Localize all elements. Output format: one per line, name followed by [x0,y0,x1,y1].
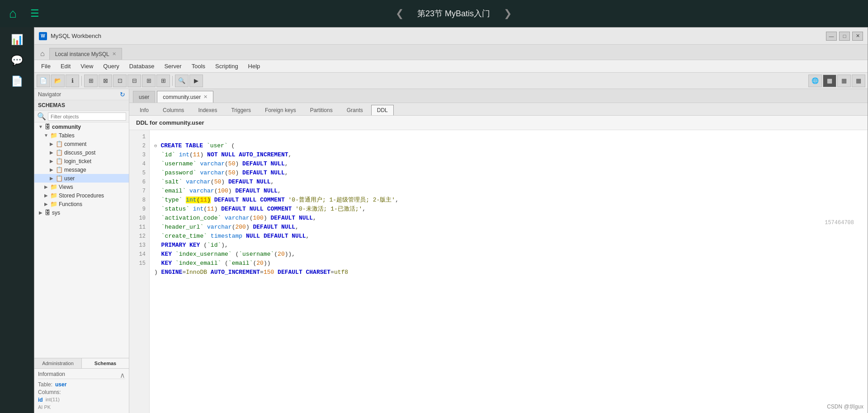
table-value: user [55,381,66,388]
prev-nav-arrow[interactable]: ❮ [396,8,404,19]
home-tab-icon[interactable]: ⌂ [37,48,48,60]
tree-arrow-comment: ▶ [49,141,54,146]
chart-icon[interactable]: 📊 [11,34,23,46]
maximize-button[interactable]: □ [839,32,850,41]
toolbar-view1[interactable]: ▦ [823,75,836,87]
ddl-heading: DDL for community.user [129,116,868,130]
toolbar-view2[interactable]: ▦ [837,75,851,87]
tree-item-user[interactable]: ▶ 📋 user [34,174,129,183]
tree-arrow-user: ▶ [49,176,54,181]
tree-item-tables[interactable]: ▼ 📁 Tables [34,131,129,140]
tree-item-views[interactable]: ▶ 📁 Views [34,183,129,191]
line-num-9: 9 [129,205,146,214]
menu-edit[interactable]: Edit [56,61,75,71]
menu-file[interactable]: File [37,61,55,71]
ddl-tab-triggers[interactable]: Triggers [225,105,257,115]
close-button[interactable]: ✕ [852,32,863,41]
next-nav-arrow[interactable]: ❯ [504,8,512,19]
ddl-tab-grants[interactable]: Grants [341,105,369,115]
file-icon[interactable]: 📄 [11,75,23,87]
tree-icon-user: 📋 [56,175,63,182]
menu-view[interactable]: View [76,61,98,71]
menu-scripting[interactable]: Scripting [211,61,243,71]
admin-tab[interactable]: Administration [34,358,82,368]
line-num-12: 12 [129,232,146,241]
query-tab-community-user[interactable]: community.user ✕ [157,91,213,103]
window-titlebar: W MySQL Workbench — □ ✕ [34,28,868,45]
tree-icon-views: 📁 [50,183,57,190]
workbench-icon: W [39,32,47,40]
tree-item-comment[interactable]: ▶ 📋 comment [34,140,129,148]
tree-label-stored-procs: Stored Procedures [59,192,104,199]
toolbar-view3[interactable]: ▦ [852,75,865,87]
tab-local-instance[interactable]: Local instance MySQL ✕ [49,48,122,60]
menu-help[interactable]: Help [244,61,265,71]
toolbar-search[interactable]: 🔍 [175,75,189,87]
tree-icon-login-ticket: 📋 [56,158,63,164]
menu-database[interactable]: Database [125,61,159,71]
tree-arrow-login-ticket: ▶ [49,159,54,164]
toolbar-db5[interactable]: ⊞ [142,75,156,87]
ddl-tab-ddl[interactable]: DDL [371,105,394,115]
tree-arrow-message: ▶ [49,167,54,172]
line-num-7: 7 [129,187,146,196]
window-title: MySQL Workbench [51,33,101,39]
menu-query[interactable]: Query [99,61,123,71]
nav-center: ❮ 第23节 MyBatis入门 ❯ [48,8,859,19]
home-icon[interactable]: ⌂ [9,6,17,21]
content-area: Navigator ↻ SCHEMAS 🔍 ▼ 🗄 community ▼ [34,89,868,413]
line-num-13: 13 [129,241,146,250]
toolbar-globe[interactable]: 🌐 [808,75,822,87]
chat-icon[interactable]: 💬 [11,55,23,66]
tree-label-tables: Tables [59,132,75,139]
nav-bottom-tabs: Administration Schemas [34,358,129,368]
navigator-refresh-icon[interactable]: ↻ [120,91,125,98]
toolbar-info[interactable]: ℹ [66,75,79,87]
tab-local-instance-close[interactable]: ✕ [112,51,116,57]
window-controls: — □ ✕ [826,32,863,41]
footer-watermark: CSDN @圳gux [827,403,863,411]
nav-title: 第23节 MyBatis入门 [417,8,490,19]
line-collapse-1[interactable]: ⊖ [154,143,157,149]
toolbar-db6[interactable]: ⊞ [156,75,170,87]
tree-icon-sys: 🗄 [45,209,51,216]
menu-icon[interactable]: ☰ [30,8,39,19]
toolbar-open[interactable]: 📂 [51,75,65,87]
ddl-tab-indexes[interactable]: Indexes [192,105,223,115]
menu-tools[interactable]: Tools [187,61,210,71]
menu-server[interactable]: Server [160,61,186,71]
navigator-header: Navigator ↻ [34,89,129,100]
query-tab-user[interactable]: user [133,91,155,103]
filter-search-icon: 🔍 [37,112,46,121]
toolbar-run[interactable]: ▶ [189,75,203,87]
toolbar-db3[interactable]: ⊡ [113,75,127,87]
navigator-panel: Navigator ↻ SCHEMAS 🔍 ▼ 🗄 community ▼ [34,89,129,413]
tree-label-comment: comment [64,141,86,147]
ddl-tab-partitions[interactable]: Partitions [304,105,339,115]
toolbar-new[interactable]: 📄 [37,75,50,87]
tree-label-user: user [64,175,75,182]
query-tab-close[interactable]: ✕ [203,94,208,100]
info-scroll-up[interactable]: ∧ [120,371,125,380]
line-num-3: 3 [129,150,146,160]
toolbar-db2[interactable]: ⊠ [99,75,112,87]
tree-item-message[interactable]: ▶ 📋 message [34,165,129,174]
line-num-2: 2 [129,141,146,150]
ddl-tab-foreign-keys[interactable]: Foreign keys [259,105,302,115]
filter-input[interactable] [48,113,126,121]
minimize-button[interactable]: — [826,32,837,41]
ddl-tab-info[interactable]: Info [134,105,155,115]
tree-item-stored-procs[interactable]: ▶ 📁 Stored Procedures [34,191,129,200]
tree-item-sys[interactable]: ▶ 🗄 sys [34,208,129,217]
ddl-tab-columns[interactable]: Columns [157,105,190,115]
toolbar-db1[interactable]: ⊞ [84,75,98,87]
toolbar-db4[interactable]: ⊟ [127,75,141,87]
editor-area: user community.user ✕ Info Columns Index… [129,89,868,413]
schemas-tab[interactable]: Schemas [82,358,129,368]
tree-label-discuss-post: discuss_post [64,150,95,156]
tree-item-community[interactable]: ▼ 🗄 community [34,122,129,131]
tree-item-login-ticket[interactable]: ▶ 📋 login_ticket [34,157,129,165]
tree-item-discuss-post[interactable]: ▶ 📋 discuss_post [34,148,129,157]
tree-item-functions[interactable]: ▶ 📁 Functions [34,200,129,208]
code-content[interactable]: ⊖ CREATE TABLE `user` ( `id` int(11) NOT… [150,130,868,413]
